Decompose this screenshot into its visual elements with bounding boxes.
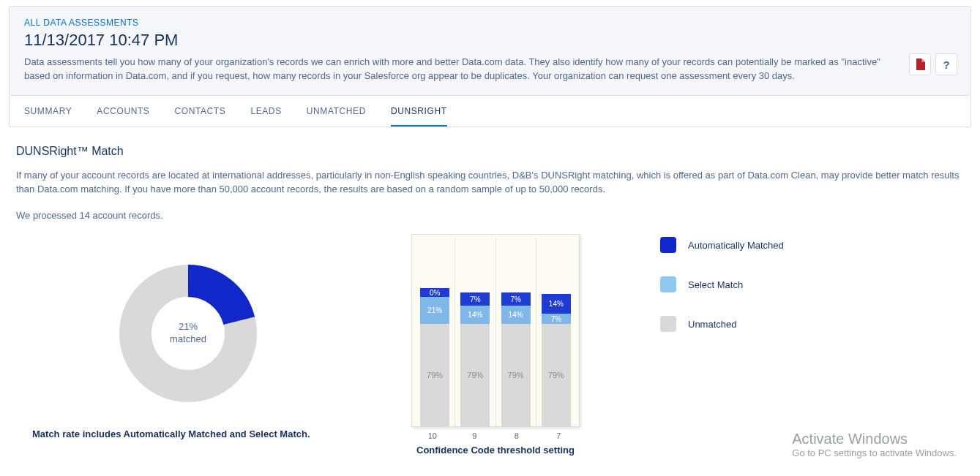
swatch-select-icon: [660, 276, 676, 292]
page-header: ALL DATA ASSESSMENTS 11/13/2017 10:47 PM…: [9, 6, 971, 96]
bar-7-unmatched: 79%: [542, 324, 571, 426]
xlabel-7: 7: [538, 431, 580, 440]
document-icon: [915, 58, 925, 70]
legend-select-label: Select Match: [688, 279, 743, 290]
legend-auto: Automatically Matched: [660, 237, 784, 253]
content-area: DUNSRight™ Match If many of your account…: [0, 127, 980, 471]
tab-leads[interactable]: LEADS: [250, 96, 281, 126]
match-rate-donut: 21% matched: [115, 260, 261, 407]
swatch-auto-icon: [660, 237, 676, 253]
tab-summary[interactable]: SUMMARY: [24, 96, 72, 126]
bar-10-select: 21%: [420, 297, 449, 324]
page-title: 11/13/2017 10:47 PM: [24, 31, 956, 50]
section-title: DUNSRight™ Match: [16, 145, 964, 158]
swatch-unmatched-icon: [660, 316, 676, 332]
tab-bar: SUMMARY ACCOUNTS CONTACTS LEADS UNMATCHE…: [9, 96, 971, 127]
export-pdf-button[interactable]: [909, 53, 931, 75]
donut-percent: 21%: [170, 321, 206, 333]
bar-col-8: 79% 14% 7%: [496, 238, 536, 426]
legend-select: Select Match: [660, 276, 784, 292]
help-button[interactable]: ?: [935, 53, 957, 75]
processed-count: We processed 14 account records.: [16, 208, 960, 223]
bar-7-auto: 14%: [542, 294, 571, 314]
donut-matched-label: matched: [170, 333, 206, 346]
tab-accounts[interactable]: ACCOUNTS: [97, 96, 149, 126]
tab-contacts[interactable]: CONTACTS: [174, 96, 225, 126]
xlabel-8: 8: [495, 431, 538, 440]
legend-unmatched: Unmatched: [660, 316, 784, 332]
bar-7-select: 7%: [542, 314, 571, 324]
bar-col-10: 79% 21% 0%: [415, 238, 455, 426]
bar-10-auto: 0%: [420, 288, 449, 297]
bar-9-auto: 7%: [460, 292, 490, 306]
bar-col-7: 79% 7% 14%: [536, 238, 576, 426]
bar-x-labels: 10 9 8 7: [411, 431, 580, 440]
confidence-bar-chart: 79% 21% 0% 79% 14% 7% 79%: [411, 234, 580, 427]
breadcrumb-link[interactable]: ALL DATA ASSESSMENTS: [24, 18, 139, 28]
bar-9-unmatched: 79%: [460, 324, 490, 426]
legend-auto-label: Automatically Matched: [688, 240, 784, 251]
xlabel-10: 10: [411, 431, 454, 440]
section-description: If many of your account records are loca…: [16, 168, 960, 197]
bar-col-9: 79% 14% 7%: [455, 238, 495, 426]
tab-unmatched[interactable]: UNMATCHED: [307, 96, 366, 126]
bar-8-select: 14%: [501, 306, 531, 324]
donut-caption: Match rate includes Automatically Matche…: [32, 428, 360, 439]
question-icon: ?: [943, 58, 949, 71]
tab-dunsright[interactable]: DUNSRIGHT: [391, 96, 447, 126]
legend-unmatched-label: Unmatched: [688, 319, 736, 330]
bar-8-auto: 7%: [501, 292, 531, 306]
bar-8-unmatched: 79%: [501, 324, 531, 426]
bar-10-unmatched: 79%: [420, 324, 449, 426]
bar-9-select: 14%: [460, 306, 490, 324]
page-description: Data assessments tell you how many of yo…: [24, 56, 888, 83]
donut-center-label: 21% matched: [170, 321, 206, 346]
xlabel-9: 9: [454, 431, 496, 440]
chart-legend: Automatically Matched Select Match Unmat…: [631, 234, 784, 355]
bar-chart-title: Confidence Code threshold setting: [360, 445, 631, 456]
